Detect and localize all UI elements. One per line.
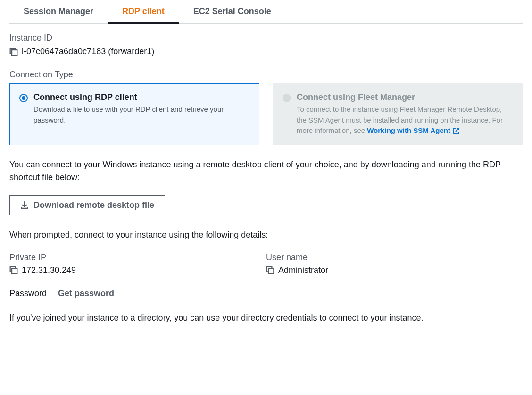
option-rdp-client[interactable]: Connect using RDP client Download a file… <box>9 83 259 145</box>
get-password-button[interactable]: Get password <box>58 288 114 298</box>
copy-icon[interactable] <box>9 48 18 56</box>
copy-icon[interactable] <box>266 266 274 274</box>
download-rdp-button[interactable]: Download remote desktop file <box>9 195 165 215</box>
password-row: Password Get password <box>9 288 523 298</box>
instance-id-value: i-07c0647a6da0c7183 (forwarder1) <box>22 47 154 57</box>
user-name-label: User name <box>266 253 523 263</box>
svg-rect-2 <box>268 268 274 273</box>
password-label: Password <box>9 288 47 298</box>
tab-rdp-client[interactable]: RDP client <box>108 0 179 23</box>
option-fleet-manager: Connect using Fleet Manager To connect t… <box>273 83 523 145</box>
copy-icon[interactable] <box>9 266 18 274</box>
ssm-agent-link[interactable]: Working with SSM Agent <box>367 126 460 134</box>
option-fleet-desc: To connect to the instance using Fleet M… <box>297 104 513 136</box>
directory-text: If you've joined your instance to a dire… <box>9 312 523 324</box>
download-icon <box>20 201 29 209</box>
radio-icon <box>19 94 28 102</box>
user-name-value: Administrator <box>278 265 328 275</box>
option-rdp-title: Connect using RDP client <box>33 92 249 102</box>
prompt-text: When prompted, connect to your instance … <box>9 229 523 241</box>
external-link-icon <box>452 127 460 135</box>
connection-type-label: Connection Type <box>9 70 523 80</box>
tab-bar: Session Manager RDP client EC2 Serial Co… <box>9 0 523 24</box>
connection-options: Connect using RDP client Download a file… <box>9 83 523 145</box>
private-ip-label: Private IP <box>9 253 266 263</box>
instance-id-label: Instance ID <box>9 33 523 43</box>
connection-details: Private IP 172.31.30.249 User name Admin… <box>9 253 523 275</box>
tab-session-manager[interactable]: Session Manager <box>9 0 108 23</box>
svg-rect-1 <box>12 268 17 273</box>
option-fleet-title: Connect using Fleet Manager <box>297 92 513 102</box>
user-name-col: User name Administrator <box>266 253 523 275</box>
intro-text: You can connect to your Windows instance… <box>9 158 523 184</box>
option-rdp-desc: Download a file to use with your RDP cli… <box>33 104 249 125</box>
private-ip-col: Private IP 172.31.30.249 <box>9 253 266 275</box>
instance-id-row: i-07c0647a6da0c7183 (forwarder1) <box>9 47 523 57</box>
download-rdp-label: Download remote desktop file <box>33 200 154 210</box>
tab-ec2-serial-console[interactable]: EC2 Serial Console <box>179 0 285 23</box>
radio-icon <box>283 94 291 102</box>
private-ip-value: 172.31.30.249 <box>22 265 76 275</box>
svg-rect-0 <box>12 50 17 55</box>
